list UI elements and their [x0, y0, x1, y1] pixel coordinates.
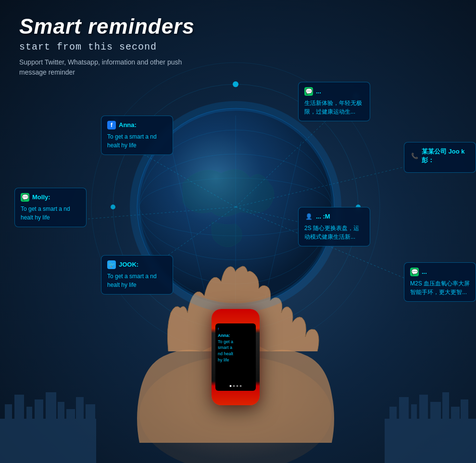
page-title: Smart reminders	[19, 14, 195, 39]
watch-screen: f Anna: To get a smart a nd healt hy lif…	[215, 323, 256, 391]
card-chinese-4-header: 💬 ...	[410, 268, 470, 276]
card-jook-header: 🐦 JOOK:	[107, 260, 167, 269]
phone-icon: 📞	[410, 152, 419, 160]
page-subtitle: start from this second	[19, 41, 195, 52]
card-anna: f Anna: To get a smart a nd healt hy lif…	[101, 116, 173, 155]
card-chinese-4-meta: ...	[422, 268, 427, 276]
card-chinese-2: 👤 ... :M 2S 随心更换表盘，运动模式健康生活新...	[298, 207, 370, 246]
card-anna-body: To get a smart a nd healt hy life	[107, 132, 167, 150]
card-anna-name: Anna:	[119, 121, 137, 129]
screen-line5: hy life	[218, 357, 253, 363]
card-chinese-3-header: 📞 某某公司 Joo k 彭：	[410, 147, 470, 165]
card-molly-header: 💬 Molly:	[21, 193, 80, 202]
card-jook: 🐦 JOOK: To get a smart a nd healt hy lif…	[101, 255, 173, 295]
card-anna-header: f Anna:	[107, 121, 167, 129]
card-chinese-3-meta: 某某公司 Joo k 彭：	[422, 147, 470, 165]
wechat-icon-molly: 💬	[21, 193, 29, 202]
watch-body: f Anna: To get a smart a nd healt hy lif…	[212, 309, 260, 405]
screen-dots	[230, 385, 242, 387]
screen-line2: To get a	[218, 339, 253, 345]
card-molly: 💬 Molly: To get a smart a nd healt hy li…	[14, 188, 87, 227]
card-chinese-1-meta: ...	[316, 87, 321, 96]
screen-line3: smart a	[218, 345, 253, 351]
card-chinese-1-header: 💬 ...	[304, 87, 364, 96]
wechat-icon-cn1: 💬	[304, 87, 313, 96]
card-chinese-4: 💬 ... M2S 血压血氧心率大屏智能手环，更大更智...	[404, 262, 476, 302]
card-chinese-3: 📞 某某公司 Joo k 彭：	[404, 142, 476, 173]
card-chinese-4-body: M2S 血压血氧心率大屏智能手环，更大更智...	[410, 279, 470, 296]
screen-line1: Anna:	[218, 333, 253, 339]
card-molly-name: Molly:	[32, 193, 50, 202]
card-chinese-2-meta: ... :M	[316, 212, 330, 221]
user-icon-cn2: 👤	[304, 212, 313, 221]
dot-2	[233, 385, 235, 387]
dot-3	[237, 385, 238, 387]
facebook-icon: f	[107, 121, 116, 129]
card-chinese-1: 💬 ... 生活新体验，年轻无极限，过健康运动生...	[298, 82, 370, 121]
screen-line4: nd healt	[218, 351, 253, 357]
card-molly-body: To get a smart a nd healt hy life	[21, 205, 80, 222]
screen-app-icon: f	[218, 326, 253, 332]
card-chinese-2-header: 👤 ... :M	[304, 212, 364, 221]
wechat-icon-cn4: 💬	[410, 268, 419, 276]
card-jook-name: JOOK:	[119, 260, 138, 269]
twitter-icon: 🐦	[107, 260, 116, 269]
header-section: Smart reminders start from this second S…	[19, 14, 195, 77]
card-jook-body: To get a smart a nd healt hy life	[107, 272, 167, 289]
page-description: Support Twitter, Whatsapp, information a…	[19, 57, 188, 77]
screen-content: f Anna: To get a smart a nd healt hy lif…	[218, 326, 253, 363]
card-chinese-1-body: 生活新体验，年轻无极限，过健康运动生...	[304, 99, 364, 116]
card-chinese-2-body: 2S 随心更换表盘，运动模式健康生活新...	[304, 224, 364, 241]
dot-1	[230, 385, 232, 387]
smartwatch-device: f Anna: To get a smart a nd healt hy lif…	[212, 309, 260, 405]
dot-4	[240, 385, 242, 387]
